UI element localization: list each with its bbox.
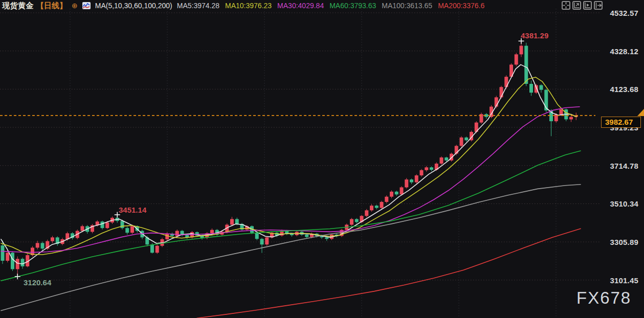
candle-down bbox=[325, 237, 328, 239]
candle-down bbox=[1, 245, 5, 261]
candle-up bbox=[440, 157, 443, 164]
chart-axes-arrow-icon[interactable] bbox=[572, 1, 581, 10]
candle-up bbox=[569, 117, 573, 120]
candle-up bbox=[425, 167, 428, 170]
timeframe-selector[interactable]: 【日线】 bbox=[36, 1, 67, 11]
candle-down bbox=[464, 138, 468, 140]
candle-down bbox=[529, 84, 533, 93]
candle-down bbox=[121, 221, 124, 228]
exit-fullscreen-icon[interactable] bbox=[594, 1, 603, 10]
candle-up bbox=[385, 197, 388, 202]
candle-down bbox=[430, 167, 433, 170]
candle-up bbox=[36, 243, 39, 247]
candle-down bbox=[235, 219, 239, 224]
ma-legend-item: MA10:3976.23 bbox=[225, 2, 272, 10]
candle-up bbox=[420, 170, 424, 175]
candle-up bbox=[350, 219, 353, 225]
add-indicator-icon[interactable]: ⊕ bbox=[72, 2, 78, 9]
candle-up bbox=[81, 226, 84, 231]
pan-crosshair-icon[interactable] bbox=[562, 1, 570, 10]
candle-up bbox=[230, 219, 234, 225]
candle-up bbox=[390, 192, 393, 197]
fx678-watermark: FX678 bbox=[576, 288, 631, 308]
candle-down bbox=[375, 206, 379, 208]
candle-up bbox=[560, 109, 563, 115]
candle-down bbox=[540, 85, 543, 90]
candle-up bbox=[156, 246, 159, 253]
gold-candlestick-chart-window: 现货黄金 【日线】 ⊕ MA(5,10,30,60,100,200) MA5:3… bbox=[0, 0, 644, 318]
candle-down bbox=[150, 244, 154, 253]
candle-down bbox=[410, 179, 413, 182]
candle-up bbox=[515, 54, 518, 64]
axis-tick-label: 3305.89 bbox=[599, 238, 638, 246]
axis-tick-label: 3714.78 bbox=[599, 162, 638, 170]
candle-down bbox=[260, 239, 264, 244]
local-high-label: 3451.14 bbox=[119, 206, 146, 214]
current-price-badge: 3982.67 bbox=[601, 117, 641, 128]
candle-down bbox=[11, 253, 14, 269]
candle-up bbox=[520, 46, 523, 55]
candle-up bbox=[175, 231, 179, 236]
candlestick-plot-area[interactable] bbox=[0, 0, 644, 318]
candle-up bbox=[380, 202, 384, 208]
candle-down bbox=[305, 235, 308, 237]
axis-tick-label: 4532.57 bbox=[599, 9, 638, 17]
candle-up bbox=[370, 206, 373, 210]
ma-line-ma60 bbox=[1, 151, 581, 281]
candle-up bbox=[6, 253, 9, 261]
ma-legend-item: MA60:3793.63 bbox=[329, 2, 376, 10]
candle-down bbox=[445, 157, 448, 161]
ma-indicator-icon[interactable] bbox=[82, 2, 91, 9]
candle-up bbox=[105, 222, 109, 228]
chart-toolbar bbox=[562, 1, 603, 10]
candle-up bbox=[405, 179, 408, 187]
axis-tick-label: 3510.34 bbox=[599, 199, 638, 208]
candle-down bbox=[41, 243, 45, 248]
candle-up bbox=[210, 230, 214, 234]
ma-legend-item: MA5:3974.28 bbox=[177, 2, 219, 10]
candle-down bbox=[255, 233, 259, 239]
chart-play-icon[interactable] bbox=[583, 1, 592, 10]
candle-up bbox=[51, 237, 54, 241]
candle-down bbox=[125, 228, 129, 233]
candle-up bbox=[460, 138, 463, 146]
candle-up bbox=[400, 187, 404, 194]
candle-down bbox=[101, 221, 104, 228]
candle-down bbox=[355, 219, 359, 222]
candle-up bbox=[265, 237, 269, 244]
candle-down bbox=[21, 259, 25, 266]
ma-legend-item: MA30:4029.84 bbox=[277, 2, 324, 10]
symbol-name: 现货黄金 bbox=[2, 1, 34, 11]
candle-down bbox=[524, 46, 528, 84]
ma-parameters-label: MA(5,10,30,60,100,200) bbox=[95, 2, 172, 10]
low-price-label: 3120.64 bbox=[24, 278, 51, 287]
ma-legend: MA5:3974.28MA10:3976.23MA30:4029.84MA60:… bbox=[177, 2, 484, 10]
axis-tick-label: 4123.68 bbox=[599, 85, 638, 94]
candle-up bbox=[415, 175, 418, 183]
candle-up bbox=[130, 226, 134, 233]
ma-line-ma100 bbox=[1, 185, 581, 311]
axis-tick-label: 4328.12 bbox=[599, 47, 638, 56]
ma-legend-item: MA100:3613.65 bbox=[382, 2, 432, 10]
chart-header: 现货黄金 【日线】 ⊕ MA(5,10,30,60,100,200) MA5:3… bbox=[2, 1, 484, 11]
ma-legend-item: MA200:3376.6 bbox=[438, 2, 484, 10]
current-price-arrow-icon bbox=[637, 109, 644, 116]
peak-price-label: 4381.29 bbox=[521, 31, 548, 40]
candle-down bbox=[395, 192, 398, 194]
axis-tick-label: 3101.45 bbox=[599, 276, 638, 285]
candle-up bbox=[16, 259, 19, 269]
candle-up bbox=[365, 210, 368, 216]
